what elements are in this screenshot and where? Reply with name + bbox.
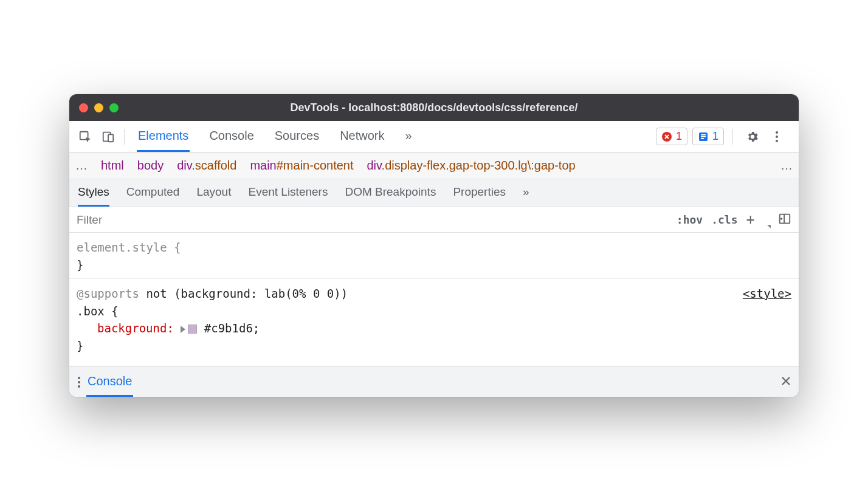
drawer-tab-console[interactable]: Console [86, 367, 133, 397]
box-rule[interactable]: <style> @supports not (background: lab(0… [69, 278, 799, 355]
svg-rect-7 [701, 138, 704, 139]
divider [732, 129, 733, 145]
resize-corner-icon [767, 225, 771, 228]
more-options-button[interactable] [768, 126, 790, 148]
styles-pane: element.style { } <style> @supports not … [69, 233, 799, 366]
window-title: DevTools - localhost:8080/docs/devtools/… [69, 101, 799, 114]
element-style-selector: element.style { [77, 239, 791, 256]
at-supports-rule: @supports not (background: lab(0% 0 0)) [77, 285, 791, 303]
breadcrumb-div-flex[interactable]: div.display-flex.gap-top-300.lg\:gap-top [367, 159, 576, 173]
computed-sidebar-toggle[interactable] [778, 212, 791, 228]
issue-icon [698, 131, 709, 142]
subtab-styles[interactable]: Styles [78, 179, 109, 207]
console-drawer: Console [69, 366, 799, 397]
main-tabs: Elements Console Sources Network » [129, 121, 655, 152]
dom-breadcrumb: … html body div.scaffold main#main-conte… [69, 153, 799, 179]
svg-rect-5 [701, 134, 706, 136]
error-icon [661, 131, 672, 142]
divider [124, 129, 125, 145]
new-style-rule-button[interactable]: + [746, 211, 755, 228]
element-style-rule[interactable]: element.style { } [69, 238, 799, 275]
tab-sources[interactable]: Sources [274, 121, 320, 152]
subtab-dom-breakpoints[interactable]: DOM Breakpoints [345, 179, 436, 207]
close-window-button[interactable] [79, 103, 88, 112]
svg-rect-6 [701, 136, 706, 137]
toggle-hover-button[interactable]: :hov [677, 213, 703, 226]
breadcrumb-main[interactable]: main#main-content [250, 159, 353, 173]
rule-selector: .box { [77, 303, 791, 320]
breadcrumb-html[interactable]: html [101, 159, 124, 173]
more-tabs-button[interactable]: » [404, 121, 413, 152]
styles-filter-tools: :hov .cls + [677, 211, 799, 228]
toggle-class-button[interactable]: .cls [711, 213, 737, 226]
rule-close-brace: } [77, 337, 791, 355]
toolbar-right: 1 1 [656, 126, 794, 148]
styles-filter-bar: :hov .cls + [69, 207, 799, 233]
error-count-badge[interactable]: 1 [656, 128, 687, 145]
window-controls [79, 103, 119, 112]
rule-source-link[interactable]: <style> [743, 285, 791, 303]
titlebar: DevTools - localhost:8080/docs/devtools/… [69, 94, 799, 121]
main-toolbar: Elements Console Sources Network » 1 1 [69, 121, 799, 153]
more-subtabs-button[interactable]: » [523, 179, 529, 207]
subtab-properties[interactable]: Properties [453, 179, 506, 207]
breadcrumb-overflow-left[interactable]: … [75, 159, 88, 173]
error-count: 1 [676, 130, 682, 143]
devtools-window: DevTools - localhost:8080/docs/devtools/… [69, 94, 799, 397]
minimize-window-button[interactable] [94, 103, 103, 112]
rule-close-brace: } [77, 256, 791, 274]
tab-console[interactable]: Console [208, 121, 255, 152]
issue-count: 1 [712, 130, 718, 143]
panel-icon [778, 212, 791, 225]
kebab-icon [774, 131, 784, 142]
svg-rect-2 [108, 134, 113, 142]
device-toolbar-button[interactable] [97, 126, 119, 148]
settings-button[interactable] [742, 126, 763, 148]
subtab-computed[interactable]: Computed [126, 179, 180, 207]
color-swatch[interactable] [188, 324, 197, 334]
css-property-name: background [97, 321, 167, 335]
close-icon [780, 376, 791, 386]
subtab-event-listeners[interactable]: Event Listeners [248, 179, 328, 207]
css-property-value: #c9b1d6 [204, 321, 253, 335]
issue-count-badge[interactable]: 1 [692, 128, 724, 145]
breadcrumb-div-scaffold[interactable]: div.scaffold [177, 159, 236, 173]
tab-network[interactable]: Network [339, 121, 385, 152]
breadcrumb-overflow-right[interactable]: … [780, 159, 793, 173]
expand-shorthand-icon[interactable] [181, 326, 185, 333]
inspect-element-button[interactable] [74, 126, 96, 148]
breadcrumb-body[interactable]: body [137, 159, 164, 173]
styles-filter-input[interactable] [69, 213, 677, 227]
drawer-more-button[interactable] [77, 377, 86, 388]
maximize-window-button[interactable] [109, 103, 119, 112]
css-declaration[interactable]: background: #c9b1d6; [77, 320, 791, 337]
styles-pane-tabs: Styles Computed Layout Event Listeners D… [69, 179, 799, 207]
tab-elements[interactable]: Elements [137, 121, 190, 152]
subtab-layout[interactable]: Layout [196, 179, 231, 207]
gear-icon [746, 130, 759, 143]
drawer-close-button[interactable] [780, 374, 791, 390]
